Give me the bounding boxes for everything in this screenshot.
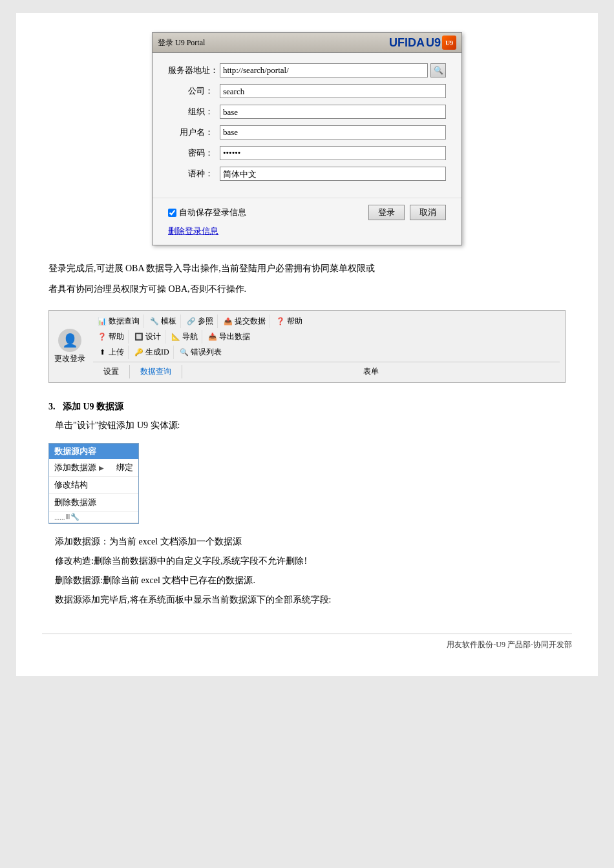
toolbar-item-ref[interactable]: 🔗 参照 (182, 315, 218, 328)
auto-save-checkbox[interactable] (168, 209, 176, 217)
paragraph1: 登录完成后,可进展 OBA 数据导入导出操作,当前登陆用户必需拥有协同菜单权限或 (48, 261, 566, 276)
ufida-text: UFIDA (389, 36, 425, 50)
login-title-bar: 登录 U9 Portal UFIDA U9 U9 (153, 33, 461, 53)
username-input[interactable] (220, 125, 446, 140)
design-icon: 🔲 (134, 331, 144, 342)
toolbar-row3: ⬆ 上传 🔑 生成ID 🔍 错误列表 (93, 346, 560, 359)
page-container: 登录 U9 Portal UFIDA U9 U9 服务器地址： 🔍 公司： (16, 13, 598, 676)
org-select[interactable]: base (220, 105, 446, 119)
datasource-menu-header: 数据源内容 (49, 444, 138, 459)
modify-label: 修改结构 (54, 479, 88, 491)
login-button[interactable]: 登录 (368, 205, 405, 220)
datasource-add-item[interactable]: 添加数据源 ▶ 绑定 (49, 459, 138, 477)
cancel-button[interactable]: 取消 (410, 205, 446, 220)
add-arrow-icon: ▶ (99, 464, 104, 471)
menu-divider: ...... Ⅲ 🔧 (49, 512, 138, 523)
toolbar-item-genid[interactable]: 🔑 生成ID (130, 346, 174, 359)
paragraph2: 者具有协同治理员权限方可操 OBA,否则不行操作. (48, 282, 566, 297)
toolbar-item-errorlist[interactable]: 🔍 错误列表 (175, 346, 226, 359)
username-row: 用户名： (168, 125, 446, 140)
password-input[interactable] (220, 146, 446, 160)
username-label: 用户名： (168, 127, 213, 138)
upload-label: 上传 (109, 347, 124, 358)
toolbar-item-export[interactable]: 📥 导出数据 (204, 330, 254, 344)
toolbar-tabs: 设置 数据查询 表单 (93, 362, 560, 378)
desc-add: 添加数据源：为当前 excel 文档添加一个数据源 (48, 534, 566, 550)
toolbar-item-design[interactable]: 🔲 设计 (130, 330, 165, 344)
nav-label: 导航 (182, 331, 198, 342)
export-icon: 📥 (207, 331, 218, 342)
add-datasource-label: 添加数据源 (54, 462, 96, 473)
datasource-delete-item[interactable]: 删除数据源 (49, 494, 138, 512)
tab-query[interactable]: 数据查询 (130, 365, 182, 378)
lang-select[interactable]: 简体中文 (220, 167, 446, 181)
errorlist-label: 错误列表 (191, 347, 222, 358)
desc-after: 数据源添加完毕后,将在系统面板中显示当前数据源下的全部系统字段: (48, 592, 566, 608)
add-left: 添加数据源 ▶ (54, 462, 104, 473)
desc-delete: 删除数据源:删除当前 excel 文档中已存在的数据源. (48, 573, 566, 588)
login-footer: 自动保存登录信息 登录 取消 删除登录信息 (153, 198, 461, 245)
desc-modify: 修改构造:删除当前数据源中的自定义字段,系统字段不允许删除! (48, 553, 566, 569)
section3-num: 3. (48, 402, 56, 411)
tab-settings[interactable]: 设置 (93, 365, 130, 378)
toolbar-item-submit[interactable]: 📤 提交数据 (219, 315, 270, 328)
section3-heading: 3. 添加 U9 数据源 (48, 401, 566, 413)
toolbar-item-upload[interactable]: ⬆ 上传 (93, 346, 129, 359)
server-input[interactable] (220, 63, 428, 78)
toolbar-item-nav[interactable]: 📐 导航 (167, 330, 202, 344)
ref-label: 参照 (198, 316, 213, 327)
datasource-modify-item[interactable]: 修改结构 (49, 477, 138, 494)
help2-label: 帮助 (109, 331, 124, 342)
toolbar-item-help2[interactable]: ❓ 帮助 (93, 330, 129, 344)
server-browse-button[interactable]: 🔍 (430, 63, 446, 78)
tab-form[interactable]: 表单 (182, 365, 560, 378)
toolbar-row2: ❓ 帮助 🔲 设计 📐 导航 📥 导出数据 (93, 330, 560, 344)
company-label: 公司： (168, 85, 213, 97)
ufida-logo: UFIDA U9 U9 (389, 36, 456, 50)
upload-icon: ⬆ (97, 347, 107, 357)
toolbar-right: 📊 数据查询 🔧 模板 🔗 参照 📤 提 (93, 315, 560, 378)
org-label: 组织： (168, 106, 213, 118)
nav-icon: 📐 (171, 331, 181, 342)
password-label: 密码： (168, 147, 213, 159)
lang-label: 语种： (168, 168, 213, 180)
toolbar-inner: 👤 更改登录 📊 数据查询 🔧 模板 🔗 (54, 315, 560, 378)
auto-save-group: 自动保存登录信息 (168, 207, 368, 218)
u9-text: U9 (426, 36, 441, 50)
delete-login-row: 删除登录信息 (168, 225, 446, 237)
help2-icon: ❓ (97, 331, 107, 342)
lang-row: 语种： 简体中文 (168, 167, 446, 181)
content-section: 登录完成后,可进展 OBA 数据导入导出操作,当前登陆用户必需拥有协同菜单权限或… (42, 261, 572, 608)
footer-text: 用友软件股份-U9 产品部-协同开发部 (447, 640, 572, 649)
delete-login-link[interactable]: 删除登录信息 (168, 226, 218, 236)
company-row: 公司： search (168, 84, 446, 98)
design-label: 设计 (145, 331, 161, 342)
auto-save-text: 自动保存登录信息 (179, 207, 246, 218)
help1-label: 帮助 (287, 316, 302, 327)
server-label: 服务器地址： (168, 65, 213, 76)
query-icon: 📊 (97, 316, 107, 326)
org-select-wrapper: base (220, 105, 446, 119)
toolbar-item-help1[interactable]: ❓ 帮助 (271, 315, 306, 328)
toolbar-avatar: 👤 (58, 329, 81, 352)
login-body: 服务器地址： 🔍 公司： search 组织： (153, 53, 461, 198)
delete-label: 删除数据源 (54, 497, 96, 508)
company-select-wrapper: search (220, 84, 446, 98)
export-label: 导出数据 (219, 331, 250, 342)
server-row: 服务器地址： 🔍 (168, 63, 446, 78)
help1-icon: ❓ (275, 316, 286, 326)
logo-icon-box: U9 (442, 36, 456, 50)
company-select[interactable]: search (220, 84, 446, 98)
toolbar-item-query[interactable]: 📊 数据查询 (93, 315, 144, 328)
footer-buttons: 登录 取消 (368, 205, 446, 220)
toolbar-left: 👤 更改登录 (54, 329, 85, 364)
page-footer: 用友软件股份-U9 产品部-协同开发部 (42, 634, 572, 650)
template-icon: 🔧 (149, 316, 160, 326)
section3-desc: 单击"设计"按钮添加 U9 实体源: (48, 418, 566, 433)
login-title: 登录 U9 Portal (158, 37, 205, 48)
toolbar-image: 👤 更改登录 📊 数据查询 🔧 模板 🔗 (48, 310, 566, 383)
toolbar-row1: 📊 数据查询 🔧 模板 🔗 参照 📤 提 (93, 315, 560, 328)
login-dialog: 登录 U9 Portal UFIDA U9 U9 服务器地址： 🔍 公司： (152, 32, 462, 245)
genid-icon: 🔑 (134, 347, 144, 357)
toolbar-item-template[interactable]: 🔧 模板 (145, 315, 181, 328)
